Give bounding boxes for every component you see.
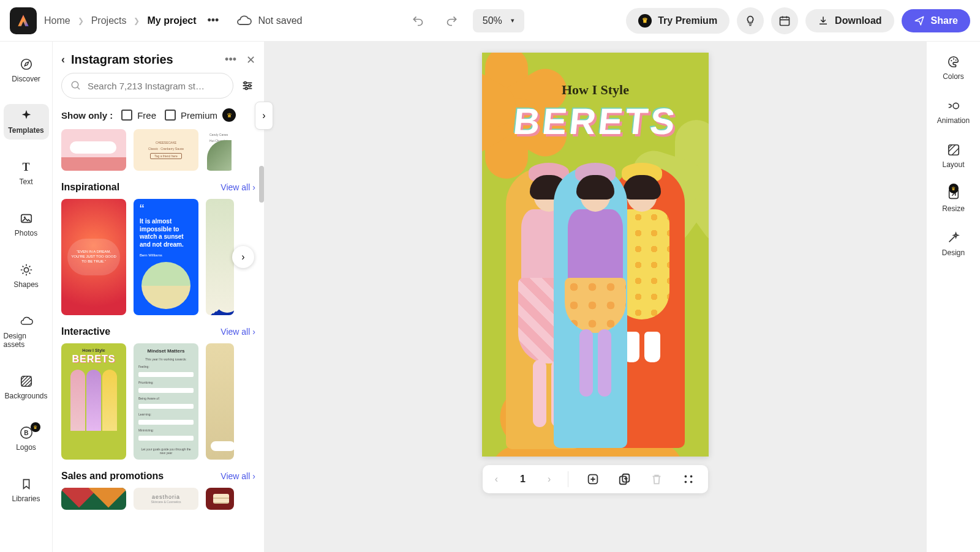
- svg-point-1: [21, 59, 31, 70]
- template-row: “EVEN IN A DREAM, YOU'RE JUST TOO GOOD T…: [61, 199, 255, 315]
- breadcrumb: Home ❯ Projects ❯ My project: [44, 15, 197, 26]
- section-sales: Sales and promotions View all › aesthori…: [61, 463, 255, 510]
- canvas-title[interactable]: BERETS: [482, 100, 709, 143]
- rrail-label: Colors: [943, 72, 964, 81]
- zoom-dropdown[interactable]: 50% ▾: [473, 9, 524, 32]
- thumb-text: Let your goals guide you through the new…: [138, 447, 194, 455]
- layout-icon: [947, 143, 960, 157]
- template-card[interactable]: “EVEN IN A DREAM, YOU'RE JUST TOO GOOD T…: [61, 199, 126, 315]
- search-input-wrapper[interactable]: [61, 73, 233, 99]
- rrail-colors[interactable]: Colors: [943, 55, 964, 81]
- send-icon: [914, 15, 925, 26]
- svg-point-10: [249, 84, 251, 87]
- row-next-button[interactable]: ›: [232, 246, 254, 268]
- panel-more-menu[interactable]: •••: [225, 53, 236, 67]
- back-button[interactable]: ‹: [61, 53, 65, 66]
- rail-text[interactable]: T Text: [4, 155, 49, 191]
- template-card[interactable]: [61, 129, 126, 171]
- rail-discover[interactable]: Discover: [4, 53, 49, 88]
- templates-scroll[interactable]: CHEESECAKE Classic · Cranberry Sauce Tag…: [53, 129, 264, 552]
- filter-premium-checkbox[interactable]: Premium ♛: [165, 108, 236, 122]
- rail-templates[interactable]: Templates: [4, 104, 49, 140]
- rail-backgrounds[interactable]: Backgrounds: [4, 370, 49, 405]
- canvas-subtitle[interactable]: How I Style: [482, 82, 709, 98]
- delete-page-button: [649, 472, 664, 487]
- chevron-down-icon: ▾: [511, 17, 514, 24]
- right-rail: Colors Animation Layout ♛ Resize Design: [926, 42, 980, 552]
- thumb-text: Tag a friend here: [150, 153, 182, 159]
- template-card[interactable]: “ It is almost impossible to watch a sun…: [134, 199, 198, 315]
- page-number[interactable]: 1: [515, 474, 530, 485]
- gear-icon: [20, 263, 33, 277]
- search-icon: [70, 80, 81, 91]
- rail-photos[interactable]: Photos: [4, 207, 49, 242]
- view-all-link[interactable]: View all ›: [221, 182, 255, 192]
- canvas-area[interactable]: How I Style BERETS: [265, 42, 926, 552]
- section-interactive: Interactive View all › How I Style BERET…: [61, 319, 255, 460]
- canvas-figures[interactable]: [497, 163, 694, 444]
- rail-label: Design assets: [4, 332, 49, 349]
- scrollbar[interactable]: [259, 166, 264, 203]
- next-page-button[interactable]: ›: [548, 474, 551, 485]
- thumb-text: BERETS: [72, 354, 116, 365]
- view-all-link[interactable]: View all ›: [221, 471, 255, 481]
- prev-page-button[interactable]: ‹: [495, 474, 498, 485]
- undo-button[interactable]: [404, 7, 431, 34]
- panel-header: ‹ Instagram stories ••• ✕: [53, 42, 264, 73]
- thumb-text: How I Style: [82, 348, 105, 352]
- download-button[interactable]: Download: [805, 9, 894, 32]
- rrail-layout[interactable]: Layout: [942, 143, 964, 169]
- calendar-button[interactable]: [771, 7, 798, 34]
- app-logo[interactable]: [10, 7, 37, 34]
- view-all-link[interactable]: View all ›: [221, 327, 255, 337]
- download-label: Download: [835, 15, 881, 26]
- filter-free-label: Free: [137, 110, 156, 121]
- tips-button[interactable]: [737, 7, 764, 34]
- svg-point-17: [685, 481, 687, 483]
- template-card[interactable]: Mindset Matters This year I'm working to…: [134, 343, 198, 460]
- palette-icon: [947, 55, 960, 69]
- filter-premium-label: Premium: [181, 110, 217, 121]
- adobe-express-logo-icon: [15, 13, 31, 29]
- checkbox-icon: [165, 110, 176, 121]
- breadcrumb-home[interactable]: Home: [44, 15, 70, 26]
- template-card[interactable]: Candy Canes Hot Chocolate: [206, 129, 234, 171]
- rail-logos[interactable]: ♛ B Logos: [4, 421, 49, 457]
- template-card[interactable]: [206, 199, 234, 315]
- template-card[interactable]: [206, 343, 234, 460]
- rail-design-assets[interactable]: Design assets: [4, 310, 49, 354]
- svg-point-19: [951, 60, 952, 61]
- templates-panel: › ‹ Instagram stories ••• ✕ Show only :: [53, 42, 265, 552]
- thumb-text: It is almost impossible to watch a sunse…: [140, 218, 192, 248]
- template-card[interactable]: [61, 488, 126, 510]
- filter-free-checkbox[interactable]: Free: [121, 110, 156, 121]
- rrail-animation[interactable]: Animation: [937, 99, 970, 125]
- share-button[interactable]: Share: [902, 9, 970, 32]
- redo-button[interactable]: [439, 7, 466, 34]
- try-premium-button[interactable]: ♛ Try Premium: [626, 8, 729, 34]
- chevron-right-icon: ❯: [134, 17, 140, 25]
- thumb-text: Feeling:: [138, 365, 194, 368]
- save-status-text: Not saved: [258, 15, 302, 26]
- template-card[interactable]: aesthoria Skincare & Cosmetics: [134, 488, 198, 510]
- collapse-panel-button[interactable]: ›: [255, 102, 273, 130]
- grid-view-button[interactable]: [681, 472, 696, 487]
- top-bar: Home ❯ Projects ❯ My project ••• Not sav…: [0, 0, 980, 42]
- template-card[interactable]: [206, 488, 234, 510]
- search-input[interactable]: [88, 81, 224, 91]
- rail-libraries[interactable]: Libraries: [4, 472, 49, 508]
- filters-button[interactable]: [239, 78, 255, 94]
- close-panel-button[interactable]: ✕: [246, 53, 255, 67]
- canvas[interactable]: How I Style BERETS: [482, 53, 709, 457]
- rail-shapes[interactable]: Shapes: [4, 258, 49, 294]
- rail-label: Shapes: [13, 280, 39, 289]
- rrail-design[interactable]: Design: [942, 231, 965, 257]
- add-page-button[interactable]: [586, 472, 600, 487]
- breadcrumb-projects[interactable]: Projects: [91, 15, 127, 26]
- template-card[interactable]: CHEESECAKE Classic · Cranberry Sauce Tag…: [134, 129, 198, 171]
- project-more-menu[interactable]: •••: [204, 10, 223, 31]
- rrail-resize[interactable]: ♛ Resize: [942, 187, 965, 213]
- duplicate-page-button[interactable]: [617, 472, 632, 487]
- template-card[interactable]: How I Style BERETS: [61, 343, 126, 460]
- breadcrumb-current[interactable]: My project: [147, 15, 196, 26]
